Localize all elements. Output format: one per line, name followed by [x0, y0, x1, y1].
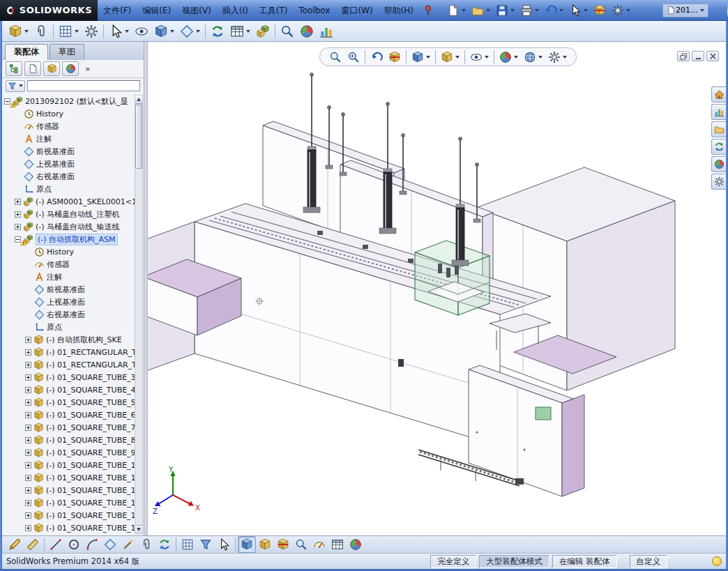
appearances-scenes-tab[interactable]: [711, 156, 726, 172]
model-gripper-enclosure[interactable]: [415, 241, 490, 315]
expand-icon[interactable]: [25, 487, 31, 494]
solidworks-resources-tab[interactable]: [711, 86, 726, 102]
chevron-down-icon[interactable]: [514, 56, 518, 59]
assembly-features-button[interactable]: [151, 23, 177, 40]
display-style-button[interactable]: [438, 49, 462, 66]
tree-item[interactable]: 前视基准面: [2, 145, 144, 158]
tree-item[interactable]: 右视基准面: [2, 308, 144, 321]
print-button[interactable]: [517, 2, 542, 19]
tree-item[interactable]: 右视基准面: [2, 170, 144, 183]
previous-view-button[interactable]: [367, 49, 386, 66]
tree-item[interactable]: 上视基准面: [2, 158, 144, 170]
menu-tools[interactable]: 工具(T): [254, 0, 294, 21]
mate-button[interactable]: [31, 23, 51, 40]
section-tool-button[interactable]: [274, 536, 292, 553]
tree-item[interactable]: (-) ASM0001_SKEL0001<1>: [2, 195, 144, 208]
expand-icon[interactable]: [25, 512, 31, 519]
propertymanager-tab[interactable]: [24, 61, 41, 76]
chevron-down-icon[interactable]: [626, 9, 630, 12]
file-explorer-tab[interactable]: [711, 121, 726, 137]
mass-properties-button[interactable]: [310, 536, 328, 553]
tree-item[interactable]: 上视基准面: [2, 296, 144, 308]
menu-toolbox[interactable]: Toolbox: [293, 0, 335, 21]
undo-button[interactable]: [542, 2, 566, 19]
custom-status-button[interactable]: 自定义: [630, 555, 668, 568]
expand-icon[interactable]: [25, 525, 31, 531]
move-component-button[interactable]: [106, 23, 132, 40]
sketch-relations-button[interactable]: [197, 536, 215, 553]
save-button[interactable]: [493, 2, 517, 19]
scroll-up-button[interactable]: [135, 96, 142, 104]
chevron-down-icon[interactable]: [486, 9, 490, 12]
bill-of-materials-button[interactable]: [227, 23, 253, 40]
configurationmanager-tab[interactable]: [43, 61, 60, 76]
tree-item[interactable]: (-) 01_SQUARE_TUBE_3: [2, 371, 144, 383]
scroll-down-button[interactable]: [135, 525, 142, 533]
tree-item[interactable]: (-) 01_RECTANGULAR_T: [2, 346, 144, 358]
featuremanager-tab[interactable]: [6, 61, 22, 76]
smart-dimension-button[interactable]: [24, 536, 42, 553]
expand-icon[interactable]: [25, 462, 31, 469]
tree-item[interactable]: (-) 01_SQUARE_TUBE_9: [2, 446, 144, 459]
chevron-down-icon[interactable]: [510, 9, 515, 12]
open-documents-dropdown[interactable]: 201...: [662, 3, 708, 17]
tree-item[interactable]: (-) 01_SQUARE_TUBE_1: [2, 509, 144, 521]
menu-help[interactable]: 帮助(H): [379, 0, 419, 21]
hide-show-items-button[interactable]: [467, 49, 492, 66]
tree-item[interactable]: (-) 01_SQUARE_TUBE_5: [2, 396, 144, 409]
zoom-to-fit-button[interactable]: [326, 49, 344, 66]
more-tabs-button[interactable]: »: [85, 64, 90, 74]
measure-button[interactable]: [292, 536, 310, 553]
expand-icon[interactable]: [25, 475, 31, 481]
smart-fasteners-button[interactable]: [82, 23, 101, 40]
chevron-down-icon[interactable]: [559, 9, 563, 12]
tree-item[interactable]: (-) 马桶盖自动线_注塑机: [2, 208, 144, 220]
doc-close-button[interactable]: [706, 51, 719, 61]
chevron-down-icon[interactable]: [196, 30, 200, 33]
expand-icon[interactable]: [15, 224, 21, 230]
expand-icon[interactable]: [25, 362, 31, 368]
appearances-button[interactable]: [297, 23, 317, 40]
graphics-viewport[interactable]: Y X Z: [148, 42, 726, 535]
tree-item[interactable]: (-) 01_SQUARE_TUBE_1: [2, 471, 144, 484]
tree-item[interactable]: (-) 01_RECTANGULAR_T: [2, 358, 144, 371]
tree-item[interactable]: (-) 01_SQUARE_TUBE_1: [2, 521, 144, 534]
chevron-down-icon[interactable]: [462, 9, 466, 12]
circle-tool-button[interactable]: [65, 536, 83, 553]
expand-icon[interactable]: [25, 349, 31, 356]
reference-geometry-button[interactable]: [177, 23, 203, 40]
tree-item[interactable]: (-) 01_SQUARE_TUBE_1: [2, 484, 144, 496]
grid-snap-button[interactable]: [179, 536, 197, 553]
section-view-button[interactable]: [386, 49, 404, 66]
menu-edit[interactable]: 编辑(E): [137, 0, 176, 21]
line-tool-button[interactable]: [47, 536, 65, 553]
tree-item[interactable]: (-) 01_SQUARE_TUBE_8: [2, 434, 144, 446]
design-library-tab[interactable]: [711, 104, 726, 120]
menu-window[interactable]: 窗口(W): [335, 0, 378, 21]
design-table-button[interactable]: [328, 536, 347, 553]
tab-assembly[interactable]: 装配体: [5, 44, 48, 60]
chevron-down-icon[interactable]: [535, 9, 539, 12]
tree-item[interactable]: History: [2, 107, 144, 120]
tree-item[interactable]: 传感器: [2, 120, 144, 132]
tree-item[interactable]: (-) 01_SQUARE_TUBE_4: [2, 383, 144, 396]
apply-scene-button[interactable]: [521, 49, 545, 66]
menu-view[interactable]: 视图(V): [176, 0, 217, 21]
rapid-sketch-button[interactable]: [215, 536, 233, 553]
tree-item[interactable]: (-) 01_SQUARE_TUBE_7: [2, 421, 144, 434]
menu-file[interactable]: 文件(F): [98, 0, 137, 21]
chevron-down-icon[interactable]: [246, 30, 250, 33]
view-palette-tab[interactable]: [711, 139, 726, 155]
simulation-button[interactable]: [317, 23, 336, 40]
mirror-entities-button[interactable]: [156, 536, 174, 553]
filter-input[interactable]: [27, 80, 140, 91]
tree-scrollbar[interactable]: [135, 95, 143, 534]
tree-item[interactable]: History: [2, 245, 144, 258]
chevron-down-icon[interactable]: [24, 30, 29, 33]
quick-tips-icon[interactable]: [712, 556, 722, 566]
expand-icon[interactable]: [25, 387, 31, 393]
expand-icon[interactable]: [15, 211, 21, 218]
new-motion-study-button[interactable]: [208, 23, 227, 40]
chevron-down-icon[interactable]: [563, 56, 567, 59]
view-settings-button[interactable]: [545, 49, 570, 66]
